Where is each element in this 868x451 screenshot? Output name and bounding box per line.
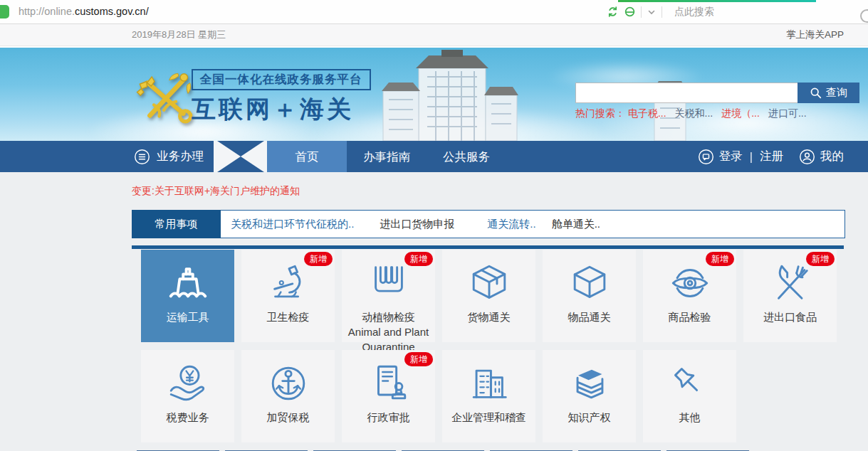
new-badge: 新增 (304, 252, 333, 266)
business-menu-button[interactable]: 业务办理 (132, 141, 204, 172)
search-button-label: 查询 (826, 86, 847, 100)
new-badge: 新增 (404, 352, 433, 366)
nav-tab-公共服务[interactable]: 公共服务 (427, 141, 506, 172)
hamburger-menu-icon (134, 149, 150, 165)
service-tile[interactable]: 货物通关 (442, 250, 535, 342)
current-date: 2019年8月28日 星期三 (132, 28, 226, 41)
customs-emblem-icon (132, 65, 199, 132)
notice-link[interactable]: 变更:关于互联网+海关门户维护的通知 (132, 185, 300, 196)
category-tab[interactable]: 舱单通关.. (552, 218, 600, 231)
platform-badge: 全国一体化在线政务服务平台 (192, 69, 371, 90)
service-label: 物品通关 (543, 309, 636, 324)
pin-icon (668, 361, 712, 405)
hot-search-link[interactable]: 进境（... (721, 107, 760, 119)
service-tile[interactable]: 卫生检疫新增 (241, 250, 335, 342)
user-icon (799, 149, 815, 165)
nav-tab-首页[interactable]: 首页 (267, 141, 347, 172)
service-label: 加贸保税 (241, 410, 335, 425)
nav-tab-办事指南[interactable]: 办事指南 (347, 141, 427, 172)
service-label: 卫生检疫 (241, 309, 335, 324)
service-label: 运输工具 (141, 309, 234, 324)
register-button[interactable]: 注册 (760, 149, 783, 164)
category-tab[interactable]: 常用事项 (132, 210, 221, 238)
service-tile[interactable]: 物品通关 (543, 250, 636, 342)
site-header: 全国一体化在线政务服务平台 互联网＋海关 查询 热门搜索： 电子税...关税和.… (0, 48, 868, 141)
service-tile[interactable]: 运输工具 (141, 250, 234, 342)
site-favicon (0, 5, 9, 18)
service-label: 知识产权 (543, 410, 636, 425)
browser-window: http://online.customs.gov.cn/ 点此搜索 2019年… (0, 0, 868, 451)
site-title: 互联网＋海关 (192, 93, 371, 126)
service-tile[interactable]: 其他 (643, 350, 736, 442)
new-badge: 新增 (404, 252, 433, 266)
service-tile[interactable]: 企业管理和稽查 (442, 350, 535, 442)
category-tab-bar: 常用事项关税和进口环节代征税的..进出口货物申报通关流转..舱单通关.. (132, 210, 845, 238)
hot-search-row: 热门搜索： 电子税...关税和...进境（...进口可... (575, 107, 815, 120)
service-label: 商品检验 (643, 309, 736, 324)
eye-icon (668, 261, 712, 305)
service-tile[interactable]: 进出口食品新增 (743, 250, 837, 342)
new-badge: 新增 (806, 252, 835, 266)
hot-search-link[interactable]: 电子税... (628, 107, 666, 119)
divider: | (750, 150, 753, 164)
books-icon (568, 361, 612, 405)
service-label: 动植物检疫 Animal and Plant Quarantine (342, 309, 435, 354)
url-suffix: / (146, 6, 149, 17)
main-nav: 业务办理 首页办事指南公共服务 登录 | 注册 我的 (0, 141, 868, 172)
site-search-input[interactable] (575, 83, 798, 103)
chevron-down-icon[interactable] (647, 7, 657, 17)
service-label: 其他 (643, 410, 736, 425)
divider (662, 6, 662, 18)
service-tile[interactable]: 加贸保税 (241, 350, 335, 442)
url-domain: customs.gov.cn (75, 6, 146, 17)
service-tile[interactable]: 行政审批新增 (342, 350, 435, 442)
hot-search-label: 热门搜索： (575, 107, 625, 119)
microscope-icon (266, 261, 310, 305)
hot-search-link[interactable]: 进口可... (768, 107, 807, 119)
business-menu-label: 业务办理 (157, 149, 204, 164)
mobile-app-link[interactable]: 掌上海关APP (786, 28, 844, 41)
service-label: 货物通关 (442, 309, 535, 324)
refresh-recycle-icon[interactable] (607, 6, 619, 18)
service-tile[interactable]: 知识产权 (543, 350, 636, 442)
new-badge: 新增 (706, 252, 734, 266)
browser-e-icon[interactable] (624, 6, 636, 18)
search-button[interactable]: 查询 (798, 83, 859, 103)
anchor-icon (266, 361, 310, 405)
service-label: 进出口食品 (743, 309, 837, 324)
ship-icon (166, 261, 210, 305)
hot-search-links: 电子税...关税和...进境（...进口可... (628, 107, 815, 119)
service-label: 企业管理和稽查 (442, 410, 535, 425)
search-icon (810, 87, 822, 99)
url-prefix: http://online. (19, 6, 75, 17)
coin-hand-icon (166, 361, 210, 405)
browser-address-bar: http://online.customs.gov.cn/ 点此搜索 (0, 0, 868, 24)
my-account-button[interactable]: 我的 (820, 149, 844, 164)
login-button[interactable]: 登录 (719, 149, 743, 164)
service-tile[interactable]: 商品检验新增 (643, 250, 736, 342)
login-chat-icon (698, 149, 714, 165)
category-tab[interactable]: 关税和进口环节代征税的.. (231, 218, 354, 231)
service-tile[interactable]: 税费业务 (141, 350, 234, 442)
service-label: 行政审批 (342, 410, 435, 425)
nav-bowtie-decoration (214, 141, 267, 172)
url-field[interactable]: http://online.customs.gov.cn/ (19, 0, 149, 23)
category-tab[interactable]: 进出口货物申报 (380, 218, 454, 231)
divider (641, 6, 642, 18)
hot-search-link[interactable]: 关税和... (675, 107, 713, 119)
category-tab[interactable]: 通关流转.. (487, 218, 535, 231)
cutlery-icon (768, 261, 812, 305)
building-graphic (342, 50, 563, 141)
cube-icon (568, 261, 612, 305)
buildings-icon (467, 361, 511, 405)
approval-icon (367, 361, 411, 405)
section-divider-rule (132, 245, 844, 249)
nav-tabs: 首页办事指南公共服务 (267, 141, 506, 172)
package-icon (467, 261, 511, 305)
tubes-icon (367, 261, 411, 305)
services-grid: 运输工具卫生检疫新增动植物检疫 Animal and Plant Quarant… (132, 250, 844, 442)
browser-search-hint[interactable]: 点此搜索 (674, 6, 714, 18)
service-tile[interactable]: 动植物检疫 Animal and Plant Quarantine新增 (342, 250, 435, 342)
service-label: 税费业务 (141, 410, 234, 425)
window-control-icon[interactable] (860, 9, 868, 23)
